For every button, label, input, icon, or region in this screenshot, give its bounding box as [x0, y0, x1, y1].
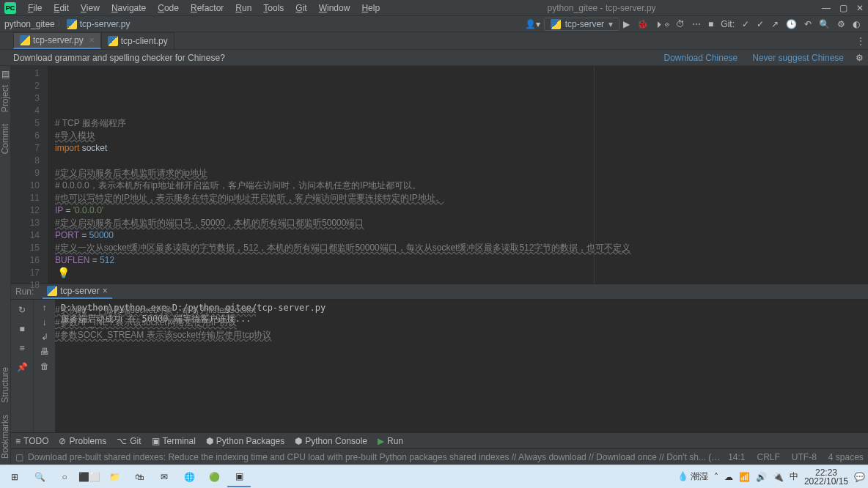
profile-button[interactable]: ⏱ — [672, 19, 688, 29]
tool-window-toggle-icon[interactable]: ▢ — [15, 452, 28, 462]
run-tool-button[interactable]: ▶ Run — [378, 436, 403, 446]
windows-taskbar: ⊞ 🔍 ○ ⬛⬜ 📁 🛍 ✉ 🌐 🟢 ▣ 💧 潮湿 ˄ ☁ 📶 🔊 🔌 中 22… — [0, 465, 868, 488]
terminal-tool-button[interactable]: ▣ Terminal — [152, 436, 196, 446]
breadcrumb-file[interactable]: tcp-server.py — [67, 19, 130, 29]
explorer-icon[interactable]: 📁 — [103, 467, 126, 487]
scroll-up-icon[interactable]: ↑ — [43, 303, 47, 313]
code-area[interactable]: ▲1 ▲37 ✔3 ˄ ˅ # TCP 服务端程序#导入模块import soc… — [48, 66, 868, 284]
close-icon[interactable]: × — [87, 35, 95, 45]
scroll-down-icon[interactable]: ↓ — [43, 317, 47, 328]
problems-tool-button[interactable]: ⊘ Problems — [59, 436, 106, 446]
minimize-button[interactable]: — — [817, 3, 835, 13]
print-icon[interactable]: 🖶 — [40, 347, 49, 357]
ime-indicator[interactable]: 中 — [790, 470, 798, 483]
git-push-button[interactable]: ↗ — [768, 19, 782, 29]
python-file-icon — [108, 36, 118, 46]
store-icon[interactable]: 🛍 — [128, 467, 151, 487]
todo-tool-button[interactable]: ≡ TODO — [15, 436, 48, 446]
debug-button[interactable]: 🐞 — [633, 19, 652, 29]
project-tool-button[interactable]: Project — [0, 79, 10, 118]
menu-run[interactable]: Run — [229, 1, 257, 15]
notification-text: Download grammar and spelling checker fo… — [13, 53, 225, 63]
cortana-icon[interactable]: ○ — [53, 467, 76, 487]
menu-navigate[interactable]: Navigate — [106, 1, 152, 15]
breadcrumb-separator: 〉 — [55, 18, 67, 30]
toolbar: python_gitee 〉 tcp-server.py 👤▾ tcp-serv… — [0, 16, 868, 32]
chevron-down-icon: ▾ — [608, 19, 613, 29]
mail-icon[interactable]: ✉ — [152, 467, 176, 487]
menu-edit[interactable]: Edit — [48, 1, 75, 15]
menu-code[interactable]: Code — [152, 1, 185, 15]
maximize-button[interactable]: ▢ — [835, 3, 852, 13]
python-file-icon — [67, 19, 77, 29]
menu-view[interactable]: View — [75, 1, 106, 15]
search-everywhere-button[interactable]: 🔍 — [815, 19, 834, 29]
start-button[interactable]: ⊞ — [3, 467, 26, 487]
layout-icon[interactable]: ≡ — [15, 341, 29, 355]
stop-button[interactable]: ■ — [15, 322, 29, 336]
run-button[interactable]: ▶ — [619, 19, 633, 29]
notifications-icon[interactable]: 💬 — [854, 472, 865, 482]
more-tabs-icon[interactable]: ⋮ — [856, 36, 865, 46]
caret-position[interactable]: 14:1 — [722, 452, 751, 462]
menu-git[interactable]: Git — [290, 1, 312, 15]
tray-chevron-icon[interactable]: ˄ — [714, 472, 718, 482]
menu-window[interactable]: Window — [313, 1, 356, 15]
tool-stripe-top-icon[interactable]: ▤ — [1, 69, 10, 79]
line-separator[interactable]: CRLF — [751, 452, 785, 462]
stop-button[interactable]: ■ — [705, 19, 717, 29]
clear-icon[interactable]: 🗑 — [40, 361, 49, 371]
breadcrumb-project[interactable]: python_gitee — [4, 19, 55, 29]
rerun-button[interactable]: ↻ — [15, 303, 29, 317]
chrome-icon[interactable]: 🟢 — [202, 467, 226, 487]
system-tray[interactable]: 💧 潮湿 ˄ ☁ 📶 🔊 🔌 中 22:232022/10/15 💬 — [677, 468, 865, 486]
run-config-label: tcp-server — [565, 19, 604, 29]
coverage-button[interactable]: ⏵⊘ — [652, 19, 672, 29]
onedrive-icon[interactable]: ☁ — [724, 472, 733, 482]
indent-settings[interactable]: 4 spaces — [823, 452, 868, 462]
menu-tools[interactable]: Tools — [257, 1, 290, 15]
volume-icon[interactable]: 🔊 — [756, 472, 767, 482]
file-encoding[interactable]: UTF-8 — [786, 452, 823, 462]
battery-icon[interactable]: 🔌 — [773, 472, 784, 482]
editor-tab-tcp-client[interactable]: tcp-client.py — [101, 32, 174, 49]
settings-button[interactable]: ⚙ — [834, 19, 849, 29]
download-chinese-link[interactable]: Download Chinese — [657, 53, 746, 63]
search-button[interactable]: 🔍 — [28, 467, 51, 487]
tab-label: tcp-client.py — [121, 36, 168, 46]
structure-tool-button[interactable]: Structure — [0, 361, 10, 409]
bookmarks-tool-button[interactable]: Bookmarks — [0, 409, 10, 465]
never-suggest-link[interactable]: Never suggest Chinese — [745, 53, 851, 63]
edge-icon[interactable]: 🌐 — [177, 467, 201, 487]
weather-icon[interactable]: 💧 潮湿 — [677, 470, 708, 483]
git-commit-button[interactable]: ✓ — [753, 19, 768, 29]
git-history-button[interactable]: 🕒 — [782, 19, 801, 29]
python-console-tool-button[interactable]: ⬢ Python Console — [295, 436, 367, 446]
pin-icon[interactable]: 📌 — [15, 360, 29, 374]
soft-wrap-icon[interactable]: ↲ — [41, 332, 48, 342]
menu-help[interactable]: Help — [356, 1, 386, 15]
user-icon[interactable]: 👤▾ — [521, 19, 544, 29]
taskview-button[interactable]: ⬛⬜ — [78, 467, 101, 487]
pycharm-taskbar-icon[interactable]: ▣ — [227, 467, 251, 487]
editor-tabs: tcp-server.py × tcp-client.py ⋮ — [0, 32, 868, 50]
status-message[interactable]: Download pre-built shared indexes: Reduc… — [28, 452, 722, 462]
git-update-button[interactable]: ✓ — [738, 19, 753, 29]
close-button[interactable]: ✕ — [852, 3, 868, 13]
run-config-selector[interactable]: tcp-server ▾ — [544, 18, 619, 31]
python-packages-tool-button[interactable]: ⬢ Python Packages — [206, 436, 284, 446]
menu-refactor[interactable]: Refactor — [185, 1, 229, 15]
more-run-icon[interactable]: ⋯ — [688, 19, 705, 29]
editor[interactable]: 123456789101112131415161718 ▲1 ▲37 ✔3 ˄ … — [11, 66, 868, 284]
git-rollback-button[interactable]: ↶ — [801, 19, 815, 29]
menu-file[interactable]: File — [22, 1, 48, 15]
python-file-icon — [551, 19, 561, 29]
code-with-me-icon[interactable]: ◐ — [849, 19, 864, 29]
editor-tab-tcp-server[interactable]: tcp-server.py × — [13, 32, 101, 49]
git-tool-button[interactable]: ⌥ Git — [117, 436, 141, 446]
commit-tool-button[interactable]: Commit — [0, 118, 10, 160]
gear-icon[interactable]: ⚙ — [851, 53, 868, 63]
left-tool-stripe: ▤ Project Commit Structure Bookmarks — [0, 66, 11, 465]
wifi-icon[interactable]: 📶 — [739, 472, 750, 482]
clock[interactable]: 22:232022/10/15 — [804, 468, 848, 486]
